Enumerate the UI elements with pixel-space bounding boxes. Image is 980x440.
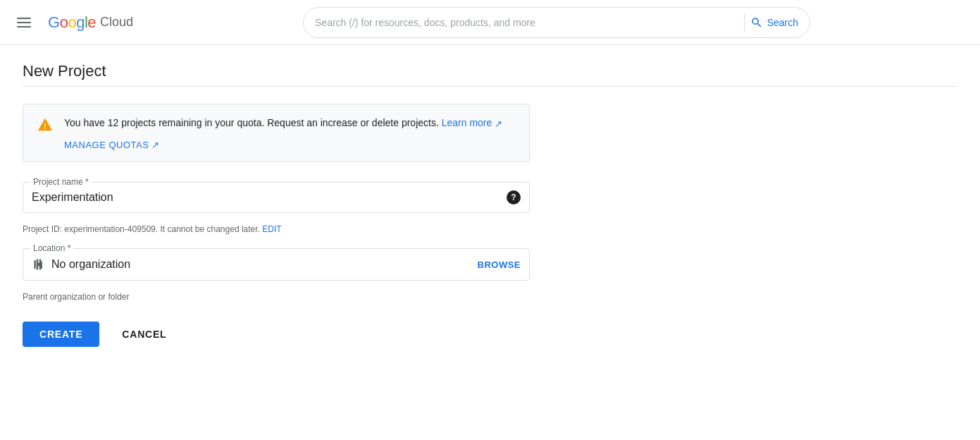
edit-project-id-button[interactable]: EDIT — [262, 224, 281, 234]
manage-quotas-external-icon: ↗ — [151, 140, 160, 150]
project-name-help-icon[interactable]: ? — [507, 190, 521, 204]
search-input[interactable] — [315, 17, 738, 28]
search-container: Search — [303, 7, 810, 38]
svg-rect-1 — [17, 22, 31, 23]
project-name-input[interactable] — [32, 191, 501, 204]
location-field-container: Location * No organization BROWSE — [23, 248, 530, 281]
warning-icon — [37, 117, 53, 136]
quota-alert: You have 12 projects remaining in your q… — [23, 104, 530, 162]
location-hint: Parent organization or folder — [23, 292, 530, 302]
logo-cloud-text: Cloud — [100, 15, 133, 30]
menu-icon[interactable] — [11, 10, 37, 35]
browse-button[interactable]: BROWSE — [478, 259, 521, 270]
new-project-form: Project name * ? Project ID: experimenta… — [23, 182, 530, 347]
form-actions: CREATE CANCEL — [23, 322, 530, 347]
project-name-label: Project name * — [30, 177, 92, 187]
manage-quotas-link[interactable]: MANAGE QUOTAS ↗ — [64, 140, 160, 150]
svg-rect-2 — [17, 26, 31, 28]
search-icon — [750, 16, 763, 29]
header: Google Cloud Search — [0, 0, 980, 45]
project-name-wrapper: Project name * ? — [23, 182, 530, 213]
search-bar: Search — [303, 7, 810, 38]
cancel-button[interactable]: CANCEL — [105, 322, 183, 347]
location-group: Location * No organization BROWSE — [23, 248, 530, 281]
google-cloud-logo[interactable]: Google Cloud — [48, 13, 133, 32]
organization-icon — [32, 257, 46, 271]
location-wrapper: Location * No organization BROWSE — [23, 248, 530, 281]
logo-google-text: Google — [48, 13, 96, 32]
project-name-group: Project name * ? — [23, 182, 530, 213]
search-divider — [744, 14, 745, 31]
page-title: New Project — [23, 62, 957, 80]
svg-rect-0 — [17, 18, 31, 19]
title-divider — [23, 86, 957, 87]
project-name-field-container: Project name * ? — [23, 182, 530, 213]
alert-content: You have 12 projects remaining in your q… — [64, 116, 515, 150]
main-content: New Project You have 12 projects remaini… — [0, 45, 980, 364]
project-id-text: Project ID: experimentation-409509. It c… — [23, 224, 530, 234]
search-button[interactable]: Search — [750, 16, 798, 29]
location-value: No organization — [51, 258, 130, 271]
location-label: Location * — [30, 243, 73, 253]
create-button[interactable]: CREATE — [23, 322, 99, 347]
alert-message: You have 12 projects remaining in your q… — [64, 116, 515, 130]
external-link-icon: ↗ — [495, 118, 502, 129]
search-button-label: Search — [767, 17, 798, 28]
learn-more-link[interactable]: Learn more ↗ — [442, 117, 502, 128]
